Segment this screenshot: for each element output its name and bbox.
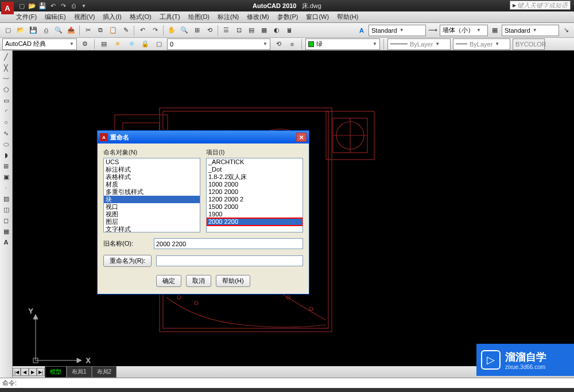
table-icon[interactable]: ▦ bbox=[1, 226, 11, 236]
help-button[interactable]: 帮助(H) bbox=[216, 275, 250, 287]
layer-color-icon[interactable]: ▢ bbox=[153, 38, 165, 50]
named-object-item[interactable]: 视口 bbox=[104, 203, 200, 211]
help-search-input[interactable]: 键入关键字或短语 bbox=[510, 1, 571, 10]
hatch-icon[interactable]: ▨ bbox=[1, 193, 11, 204]
item-list-item[interactable]: _Dot bbox=[207, 166, 302, 173]
rectangle-icon[interactable]: ▭ bbox=[1, 95, 11, 106]
named-objects-listbox[interactable]: UCS标注样式表格样式材质多重引线样式块视口视图图层文字样式线型 bbox=[103, 158, 200, 232]
lineweight-dropdown[interactable]: ByLayer ▼ bbox=[453, 38, 510, 50]
workspace-dropdown[interactable]: AutoCAD 经典 ▼ bbox=[2, 38, 77, 50]
polyline-icon[interactable]: 〰 bbox=[1, 73, 11, 84]
save-icon[interactable]: 💾 bbox=[28, 25, 39, 36]
item-list-item[interactable]: _ARCHTICK bbox=[207, 158, 302, 166]
qat-print-icon[interactable]: ⎙ bbox=[69, 1, 78, 10]
tool-palette-icon[interactable]: ▤ bbox=[246, 25, 257, 36]
zoom-window-icon[interactable]: ⊞ bbox=[191, 25, 203, 36]
menu-edit[interactable]: 编辑(E) bbox=[45, 13, 66, 21]
line-icon[interactable]: ╱ bbox=[1, 52, 11, 62]
qat-undo-icon[interactable]: ↶ bbox=[48, 1, 57, 10]
qat-redo-icon[interactable]: ↷ bbox=[59, 1, 68, 10]
text-style-icon[interactable]: A bbox=[356, 25, 367, 36]
dialog-close-icon[interactable]: ✕ bbox=[296, 133, 307, 142]
qat-save-icon[interactable]: 💾 bbox=[38, 1, 47, 10]
circle-icon[interactable]: ○ bbox=[1, 117, 11, 127]
plotstyle-dropdown[interactable]: BYCOLOR bbox=[513, 38, 545, 50]
color-dropdown[interactable]: 绿 ▼ bbox=[305, 38, 380, 50]
item-list-item[interactable]: 1.8-2.2双人床 bbox=[207, 173, 302, 181]
region-icon[interactable]: ◻ bbox=[1, 215, 11, 226]
table-style-dropdown[interactable]: Standard▼ bbox=[502, 25, 559, 36]
old-name-input[interactable] bbox=[154, 238, 303, 249]
paste-icon[interactable]: 📋 bbox=[107, 25, 119, 36]
arc-icon[interactable]: ◜ bbox=[1, 106, 11, 117]
layer-state-icon[interactable]: ≡ bbox=[286, 38, 298, 50]
match-icon[interactable]: ✎ bbox=[120, 25, 131, 36]
layer-props-icon[interactable]: ▤ bbox=[98, 38, 110, 50]
sheet-set-icon[interactable]: ▦ bbox=[258, 25, 270, 36]
design-center-icon[interactable]: ⊡ bbox=[233, 25, 245, 36]
dialog-titlebar[interactable]: A 重命名 ✕ bbox=[98, 131, 309, 143]
polygon-icon[interactable]: ⬠ bbox=[1, 84, 11, 95]
redo-icon[interactable]: ↷ bbox=[149, 25, 161, 36]
named-object-item[interactable]: UCS bbox=[104, 158, 200, 166]
named-object-item[interactable]: 图层 bbox=[104, 218, 200, 226]
qat-dropdown-icon[interactable]: ▼ bbox=[79, 1, 88, 10]
menu-modify[interactable]: 修改(M) bbox=[247, 13, 269, 21]
named-object-item[interactable]: 表格样式 bbox=[104, 173, 200, 181]
tab-model[interactable]: 模型 bbox=[45, 366, 67, 378]
tab-layout1[interactable]: 布局1 bbox=[67, 366, 92, 378]
cut-icon[interactable]: ✂ bbox=[82, 25, 94, 36]
item-list-item[interactable]: 1200 2000 bbox=[207, 188, 302, 196]
undo-icon[interactable]: ↶ bbox=[137, 25, 148, 36]
command-line[interactable]: 命令: bbox=[0, 378, 574, 388]
layer-dropdown[interactable]: 0 ▼ bbox=[167, 38, 270, 50]
layer-prev-icon[interactable]: ⟲ bbox=[273, 38, 284, 50]
menu-draw[interactable]: 绘图(D) bbox=[188, 13, 210, 21]
ok-button[interactable]: 确定 bbox=[156, 275, 181, 287]
menu-view[interactable]: 视图(V) bbox=[74, 13, 95, 21]
dim-style-dropdown[interactable]: 墙体（小）▼ bbox=[440, 25, 488, 36]
tab-layout2[interactable]: 布局2 bbox=[92, 366, 117, 378]
mtext-icon[interactable]: A bbox=[1, 237, 11, 247]
menu-tools[interactable]: 工具(T) bbox=[160, 13, 180, 21]
copy-icon[interactable]: ⧉ bbox=[95, 25, 106, 36]
app-logo[interactable]: A bbox=[1, 2, 14, 14]
tab-next-icon[interactable]: ▶ bbox=[29, 368, 37, 376]
tab-first-icon[interactable]: |◀ bbox=[13, 368, 21, 376]
named-object-item[interactable]: 材质 bbox=[104, 181, 200, 188]
properties-icon[interactable]: ☰ bbox=[220, 25, 232, 36]
named-object-item[interactable]: 文字样式 bbox=[104, 226, 200, 232]
zoom-prev-icon[interactable]: ⟲ bbox=[204, 25, 215, 36]
items-listbox[interactable]: _ARCHTICK_Dot1.8-2.2双人床1000 20001200 200… bbox=[206, 158, 303, 232]
new-icon[interactable]: ▢ bbox=[2, 25, 14, 36]
open-icon[interactable]: 📂 bbox=[15, 25, 26, 36]
tab-last-icon[interactable]: ▶| bbox=[37, 368, 45, 376]
multileader-icon[interactable]: ↘ bbox=[560, 25, 572, 36]
ellipse-icon[interactable]: ⬭ bbox=[1, 139, 11, 149]
item-list-item[interactable]: 1900 bbox=[207, 211, 302, 218]
markup-icon[interactable]: ◐ bbox=[271, 25, 282, 36]
named-object-item[interactable]: 块 bbox=[104, 196, 200, 203]
calc-icon[interactable]: 🖩 bbox=[284, 25, 295, 36]
workspace-gear-icon[interactable]: ⚙ bbox=[79, 38, 91, 50]
named-object-item[interactable]: 多重引线样式 bbox=[104, 188, 200, 196]
qat-open-icon[interactable]: 📂 bbox=[28, 1, 37, 10]
menu-insert[interactable]: 插入(I) bbox=[103, 13, 121, 21]
table-style-icon[interactable]: ▦ bbox=[489, 25, 501, 36]
cancel-button[interactable]: 取消 bbox=[186, 275, 211, 287]
gradient-icon[interactable]: ◫ bbox=[1, 204, 11, 215]
zoom-icon[interactable]: 🔍 bbox=[179, 25, 190, 36]
layer-freeze-icon[interactable]: ❄ bbox=[126, 38, 137, 50]
item-list-item[interactable]: 2000 2200 bbox=[207, 218, 302, 226]
text-style-dropdown[interactable]: Standard▼ bbox=[369, 25, 426, 36]
insert-block-icon[interactable]: ⊞ bbox=[1, 161, 11, 171]
menu-dimension[interactable]: 标注(N) bbox=[218, 13, 239, 21]
pan-icon[interactable]: ✋ bbox=[166, 25, 177, 36]
menu-format[interactable]: 格式(O) bbox=[130, 13, 152, 21]
linetype-dropdown[interactable]: ByLayer ▼ bbox=[387, 38, 451, 50]
item-list-item[interactable]: 1000 2000 bbox=[207, 181, 302, 188]
rename-to-input[interactable] bbox=[156, 255, 303, 266]
named-object-item[interactable]: 标注样式 bbox=[104, 166, 200, 173]
rename-to-button[interactable]: 重命名为(R): bbox=[103, 255, 152, 267]
dim-style-icon[interactable]: ⟶ bbox=[427, 25, 439, 36]
